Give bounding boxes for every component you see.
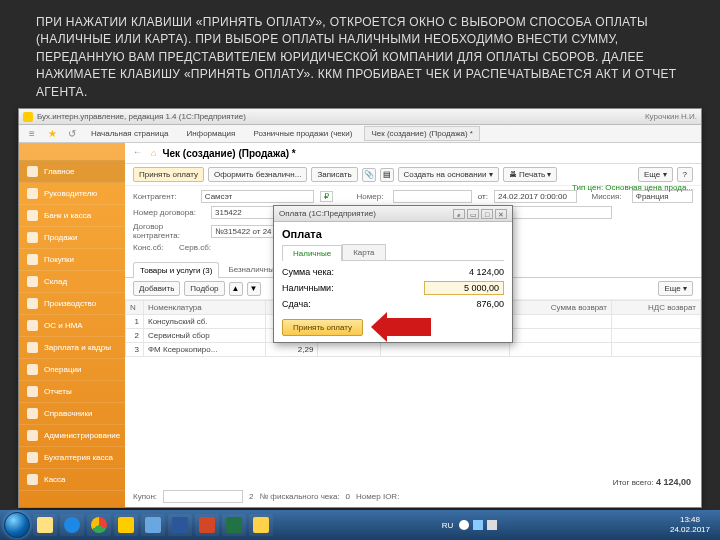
help-button[interactable]: ? bbox=[677, 167, 693, 182]
more-button[interactable]: Еще ▾ bbox=[638, 167, 673, 182]
dlg-tool-icon[interactable]: ҂ bbox=[453, 209, 465, 219]
manager-icon bbox=[27, 188, 38, 199]
dlg-min-icon[interactable]: ▭ bbox=[467, 209, 479, 219]
windows-taskbar: RU 13:48 24.02.2017 bbox=[0, 510, 720, 540]
input-number[interactable] bbox=[393, 190, 471, 203]
sidebar-item-admin[interactable]: Администрирование bbox=[19, 425, 125, 447]
production-icon bbox=[27, 298, 38, 309]
grid-fill-button[interactable]: Подбор bbox=[184, 281, 224, 296]
sidebar-item-main[interactable]: Главное bbox=[19, 161, 125, 183]
taskbar-onec-icon[interactable] bbox=[249, 514, 273, 536]
assets-icon bbox=[27, 320, 38, 331]
sidebar-item-manager[interactable]: Руководителю bbox=[19, 183, 125, 205]
col-sumret: Сумма возврат bbox=[510, 301, 612, 315]
fiscal-value: 2 bbox=[249, 492, 253, 501]
notes-icon[interactable]: ▤ bbox=[380, 168, 394, 182]
document-title: Чек (создание) (Продажа) * bbox=[162, 148, 295, 159]
current-user: Курочкин Н.И. bbox=[645, 112, 697, 121]
sidebar-item-reports[interactable]: Отчеты bbox=[19, 381, 125, 403]
input-date[interactable]: 24.02.2017 0:00:00 bbox=[494, 190, 578, 203]
label-coupon: Купон: bbox=[133, 492, 157, 501]
label-counterparty: Контрагент: bbox=[133, 192, 195, 201]
noncash-button[interactable]: Оформить безналичн... bbox=[208, 167, 307, 182]
taskbar-word-icon[interactable] bbox=[168, 514, 192, 536]
grid-more-button[interactable]: Еще ▾ bbox=[658, 281, 693, 296]
taskbar-ppt-icon[interactable] bbox=[195, 514, 219, 536]
back-icon[interactable]: ← bbox=[133, 147, 145, 159]
operations-icon bbox=[27, 364, 38, 375]
taskbar-ie-icon[interactable] bbox=[60, 514, 84, 536]
tray-network-icon[interactable] bbox=[473, 520, 483, 530]
input-counterparty[interactable]: Самсэт bbox=[201, 190, 314, 203]
label-cheque-sum: Сумма чека: bbox=[282, 267, 334, 277]
language-indicator[interactable]: RU bbox=[438, 521, 458, 530]
favorite-icon[interactable]: ★ bbox=[45, 127, 59, 141]
input-cash[interactable]: 5 000,00 bbox=[424, 281, 504, 295]
taskbar-chrome-icon[interactable] bbox=[87, 514, 111, 536]
label-cash: Наличными: bbox=[282, 283, 334, 293]
dict-icon bbox=[27, 408, 38, 419]
sidebar-item-bank[interactable]: Банк и касса bbox=[19, 205, 125, 227]
sidebar-item-salary[interactable]: Зарплата и кадры bbox=[19, 337, 125, 359]
home-nav-icon[interactable]: ⌂ bbox=[151, 148, 156, 158]
tab-cash[interactable]: Наличные bbox=[282, 245, 342, 261]
main-area: ← ⌂ Чек (создание) (Продажа) * Принять о… bbox=[125, 143, 701, 507]
menu-icon[interactable]: ≡ bbox=[25, 127, 39, 141]
table-row: 3ФМ Ксерокопиро...2,29 bbox=[126, 343, 701, 357]
sidebar-item-kassa[interactable]: Касса bbox=[19, 469, 125, 491]
tray-sound-icon[interactable] bbox=[487, 520, 497, 530]
sidebar-item-buhkassa[interactable]: Бухгалтерия касса bbox=[19, 447, 125, 469]
sidebar-item-warehouse[interactable]: Склад bbox=[19, 271, 125, 293]
start-button[interactable] bbox=[4, 512, 30, 538]
window-title: Бух.интерн.управление, редакция 1.4 (1С:… bbox=[37, 112, 246, 121]
taskbar-excel-icon[interactable] bbox=[222, 514, 246, 536]
onec-icon bbox=[23, 112, 33, 122]
input-coupon[interactable] bbox=[163, 490, 243, 503]
label-dognumber: Номер договора: bbox=[133, 208, 205, 217]
sidebar-item-assets[interactable]: ОС и НМА bbox=[19, 315, 125, 337]
dlg-max-icon[interactable]: □ bbox=[481, 209, 493, 219]
label-kons: Конс.сб: bbox=[133, 243, 173, 252]
top-toolbar: ≡ ★ ↺ Начальная страница Информация Розн… bbox=[19, 125, 701, 143]
sidebar-item-dictionaries[interactable]: Справочники bbox=[19, 403, 125, 425]
grid-add-button[interactable]: Добавить bbox=[133, 281, 180, 296]
sidebar-item-purchases[interactable]: Покупки bbox=[19, 249, 125, 271]
tab-goods[interactable]: Товары и услуги (3) bbox=[133, 262, 219, 278]
create-based-button[interactable]: Создать на основании ▾ bbox=[398, 167, 499, 182]
tab-start[interactable]: Начальная страница bbox=[85, 127, 174, 140]
col-nomenclature: Номенклатура bbox=[144, 301, 266, 315]
label-change: Сдача: bbox=[282, 299, 311, 309]
tab-retail[interactable]: Розничные продажи (чеки) bbox=[247, 127, 358, 140]
grid-down-icon[interactable]: ▼ bbox=[247, 282, 261, 296]
home-icon bbox=[27, 166, 38, 177]
value-change: 876,00 bbox=[424, 299, 504, 309]
sidebar-item-sales[interactable]: Продажи bbox=[19, 227, 125, 249]
price-type-link[interactable]: Тип цен: Основная цена прода... bbox=[572, 183, 693, 194]
tab-card[interactable]: Карта bbox=[342, 244, 385, 260]
write-button[interactable]: Записать bbox=[311, 167, 357, 182]
sidebar-item-production[interactable]: Производство bbox=[19, 293, 125, 315]
counterparty-pick-icon[interactable]: ₽ bbox=[320, 191, 333, 202]
dlg-close-icon[interactable]: ✕ bbox=[495, 209, 507, 219]
tab-info[interactable]: Информация bbox=[180, 127, 241, 140]
ior-value: 0 bbox=[346, 492, 350, 501]
history-icon[interactable]: ↺ bbox=[65, 127, 79, 141]
attach-icon[interactable]: 📎 bbox=[362, 168, 376, 182]
label-serv: Серв.сб: bbox=[179, 243, 219, 252]
tab-cheque[interactable]: Чек (создание) (Продажа) * bbox=[364, 126, 480, 141]
sidebar-item-operations[interactable]: Операции bbox=[19, 359, 125, 381]
taskbar-app-icon[interactable] bbox=[141, 514, 165, 536]
tray-icon[interactable] bbox=[459, 520, 469, 530]
slide-instruction-text: ПРИ НАЖАТИИ КЛАВИШИ «ПРИНЯТЬ ОПЛАТУ», ОТ… bbox=[0, 0, 720, 111]
salary-icon bbox=[27, 342, 38, 353]
dialog-accept-button[interactable]: Принять оплату bbox=[282, 319, 363, 336]
grid-up-icon[interactable]: ▲ bbox=[229, 282, 243, 296]
dialog-heading: Оплата bbox=[282, 228, 504, 240]
print-button[interactable]: 🖶 Печать ▾ bbox=[503, 167, 558, 182]
accept-payment-button[interactable]: Принять оплату bbox=[133, 167, 204, 182]
taskbar-explorer-icon[interactable] bbox=[33, 514, 57, 536]
dialog-window-title: Оплата (1С:Предприятие) bbox=[279, 209, 376, 218]
taskbar-yandex-icon[interactable] bbox=[114, 514, 138, 536]
taskbar-clock[interactable]: 13:48 24.02.2017 bbox=[664, 515, 716, 534]
grand-total: Итог всего: 4 124,00 bbox=[613, 477, 691, 487]
